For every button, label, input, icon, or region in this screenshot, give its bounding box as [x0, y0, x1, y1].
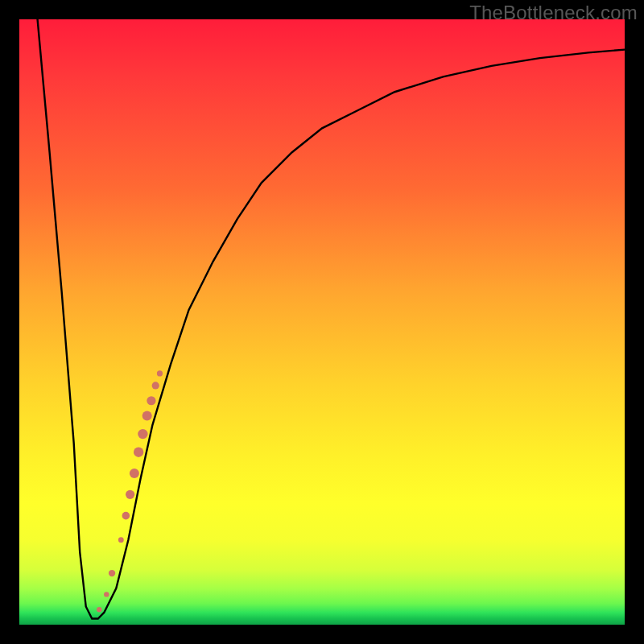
marker-dot: [138, 429, 147, 439]
watermark-text: TheBottleneck.com: [469, 2, 638, 24]
marker-dot: [147, 396, 155, 405]
marker-dot: [97, 607, 101, 612]
marker-dot: [109, 570, 115, 576]
data-markers: [97, 370, 163, 612]
marker-dot: [126, 490, 134, 499]
marker-dot: [152, 382, 159, 389]
marker-dot: [134, 447, 143, 456]
curve-layer: [19, 19, 625, 625]
bottleneck-curve: [38, 19, 625, 618]
marker-dot: [130, 469, 139, 478]
marker-dot: [104, 592, 109, 597]
marker-dot: [142, 411, 152, 421]
marker-dot: [122, 512, 130, 520]
plot-area: [19, 19, 625, 625]
chart-frame: TheBottleneck.com: [0, 0, 644, 644]
marker-dot: [157, 370, 163, 376]
marker-dot: [118, 537, 124, 543]
